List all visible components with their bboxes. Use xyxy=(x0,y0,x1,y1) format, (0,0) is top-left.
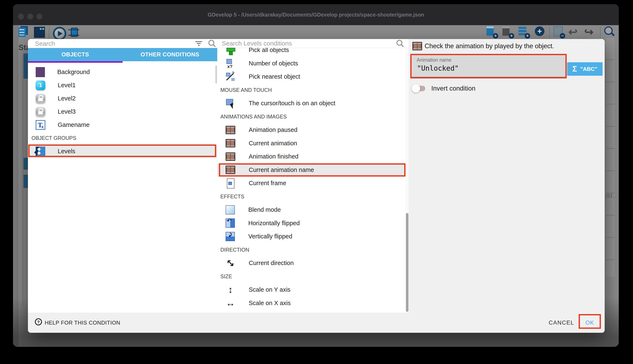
list-item-level2[interactable]: Level2 xyxy=(28,92,217,105)
expression-editor-button[interactable]: Σ "ABC" xyxy=(567,62,602,76)
event-actions-column xyxy=(606,38,615,277)
redo-icon[interactable]: ↪ xyxy=(584,26,596,38)
current-frame-icon xyxy=(226,178,235,188)
search-icon[interactable] xyxy=(396,40,404,48)
toolbar-separator xyxy=(600,26,600,38)
objects-scrollbar-thumb[interactable] xyxy=(215,66,217,84)
filmstrip-icon xyxy=(226,126,235,134)
object-groups-header: OBJECT GROUPS xyxy=(32,132,217,145)
condition-item[interactable]: Number of objects xyxy=(217,57,406,70)
text-object-icon xyxy=(36,120,45,130)
list-item-background[interactable]: Background xyxy=(28,66,217,79)
add-sub-event-icon[interactable] xyxy=(486,26,498,38)
direction-arrow-icon xyxy=(226,258,235,268)
list-item-level1[interactable]: Level1 xyxy=(28,79,217,92)
condition-section-header: SIZE xyxy=(217,270,406,283)
condition-item[interactable]: Pick all objects xyxy=(217,48,406,57)
add-comment-icon[interactable] xyxy=(502,26,514,38)
condition-item[interactable]: Animation finished xyxy=(217,150,406,163)
condition-item[interactable]: ↕ Scale on Y axis xyxy=(217,283,406,296)
cursor-on-object-icon xyxy=(226,98,235,108)
add-new-event-icon[interactable]: + xyxy=(534,26,546,38)
number-of-objects-icon xyxy=(226,58,235,68)
objects-panel: OBJECTS OTHER CONDITIONS Background Leve… xyxy=(28,39,217,313)
condition-item[interactable]: Current direction xyxy=(217,256,406,270)
condition-item[interactable]: ↔ Scale on X axis xyxy=(217,296,406,310)
undo-icon[interactable]: ↩ xyxy=(568,26,580,38)
tab-objects[interactable]: OBJECTS xyxy=(28,48,123,61)
condition-item[interactable]: Current frame xyxy=(217,176,406,190)
filmstrip-icon xyxy=(226,139,235,148)
tab-bar: OBJECTS OTHER CONDITIONS xyxy=(28,48,217,61)
condition-section-header: DIRECTION xyxy=(217,243,406,257)
add-event-icon[interactable] xyxy=(518,26,530,38)
objects-search-row xyxy=(28,39,217,48)
toolbar-separator xyxy=(49,26,49,38)
delete-event-icon[interactable] xyxy=(553,26,565,38)
event-block xyxy=(24,158,28,170)
conditions-panel: Pick all objects Number of objects Pick … xyxy=(217,39,409,313)
scale-y-icon: ↕ xyxy=(226,285,235,294)
conditions-scrollbar-thumb[interactable] xyxy=(406,213,408,312)
event-block xyxy=(24,175,28,188)
level1-sprite-icon xyxy=(36,80,45,90)
conditions-search-input[interactable] xyxy=(221,40,390,47)
condition-section-header: ANIMATIONS AND IMAGES xyxy=(217,110,406,124)
debug-icon[interactable] xyxy=(68,26,80,38)
title-bar: GDevelop 5 - /Users/dkarakay/Documents/G… xyxy=(13,4,619,25)
condition-item[interactable]: Blend mode xyxy=(217,203,406,216)
blend-mode-icon xyxy=(226,205,235,214)
scale-x-icon: ↔ xyxy=(226,298,235,308)
tab-other-conditions[interactable]: OTHER CONDITIONS xyxy=(123,48,217,61)
condition-item[interactable]: Vertically flipped xyxy=(217,230,406,243)
help-icon[interactable] xyxy=(35,318,42,326)
condition-item[interactable]: Current animation xyxy=(217,137,406,150)
annotation-box-animation-name xyxy=(410,54,567,78)
lock-sprite-icon xyxy=(36,107,45,116)
condition-item[interactable]: The cursor/touch is on an object xyxy=(217,97,406,110)
help-link[interactable]: HELP FOR THIS CONDITION xyxy=(45,313,120,333)
invert-condition-label: Invert condition xyxy=(431,84,475,93)
truncated-add-text: dd... xyxy=(605,192,617,199)
screenshot-canvas: GDevelop 5 - /Users/dkarakay/Documents/G… xyxy=(0,0,633,364)
search-icon[interactable] xyxy=(604,26,615,38)
vertical-flip-icon xyxy=(226,232,235,241)
active-tab-underline xyxy=(28,61,123,63)
horizontal-flip-icon xyxy=(226,218,235,228)
search-icon[interactable] xyxy=(208,40,216,48)
pick-all-objects-icon xyxy=(226,48,235,55)
objects-search-input[interactable] xyxy=(35,40,187,48)
toolbar-separator xyxy=(549,26,550,38)
filmstrip-icon xyxy=(226,152,235,161)
condition-item[interactable]: Pick nearest object xyxy=(217,70,406,84)
condition-section-header: EFFECTS xyxy=(217,190,406,204)
lock-sprite-icon xyxy=(36,94,45,103)
annotation-box-levels xyxy=(28,144,216,157)
edit-condition-dialog: OBJECTS OTHER CONDITIONS Background Leve… xyxy=(28,39,605,333)
invert-condition-toggle[interactable] xyxy=(412,84,427,93)
condition-item[interactable]: Horizontally flipped xyxy=(217,216,406,230)
project-manager-icon[interactable] xyxy=(18,26,30,38)
parameters-panel: Check the animation by played by the obj… xyxy=(409,39,605,313)
window-title: GDevelop 5 - /Users/dkarakay/Documents/G… xyxy=(13,4,619,25)
cancel-button[interactable]: CANCEL xyxy=(545,313,577,333)
condition-item[interactable]: Animation paused xyxy=(217,123,406,137)
condition-description: Check the animation by played by the obj… xyxy=(425,41,554,52)
dialog-footer: HELP FOR THIS CONDITION CANCEL OK xyxy=(28,313,605,333)
pick-nearest-object-icon xyxy=(226,72,235,82)
annotation-box-ok xyxy=(579,314,601,329)
scene-editor-icon[interactable] xyxy=(34,26,45,38)
filter-icon[interactable] xyxy=(195,41,202,46)
background-object-icon xyxy=(36,67,45,77)
list-item-gamename[interactable]: Gamename xyxy=(28,118,217,132)
filmstrip-icon xyxy=(412,42,422,50)
conditions-list: Pick all objects Number of objects Pick … xyxy=(217,48,406,313)
list-item-level3[interactable]: Level3 xyxy=(28,105,217,118)
play-icon[interactable] xyxy=(53,27,66,40)
annotation-box-current-animation-name xyxy=(219,163,406,177)
condition-section-header: MOUSE AND TOUCH xyxy=(217,84,406,97)
sigma-icon: Σ xyxy=(572,64,577,74)
objects-list: Background Level1 Level2 Level3 Gamename xyxy=(28,63,217,313)
event-tree-line xyxy=(23,54,23,306)
event-block xyxy=(24,54,28,79)
